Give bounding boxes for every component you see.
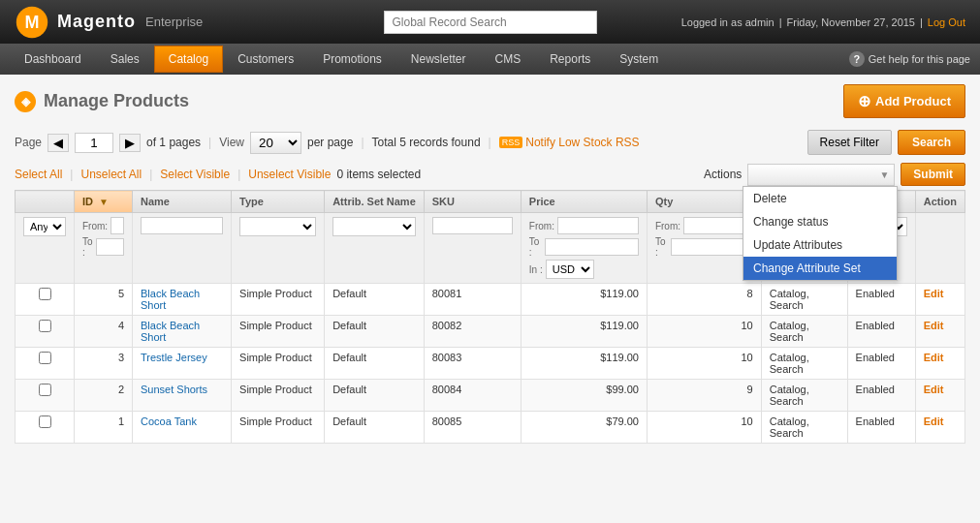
dropdown-item-change-attribute-set[interactable]: Change Attribute Set — [743, 257, 897, 280]
unselect-all-link[interactable]: Unselect All — [80, 168, 142, 181]
nav-item-cms[interactable]: CMS — [481, 46, 536, 73]
add-product-label: Add Product — [875, 94, 951, 108]
rss-link[interactable]: RSS Notify Low Stock RSS — [499, 136, 640, 149]
filter-currency-select[interactable]: USD — [546, 260, 594, 279]
edit-link[interactable]: Edit — [924, 288, 944, 299]
sel-pipe1: | — [70, 168, 73, 181]
help-text: Get help for this page — [869, 53, 970, 65]
row-checkbox[interactable] — [39, 288, 51, 300]
filter-name-cell — [133, 213, 232, 284]
edit-link[interactable]: Edit — [924, 415, 944, 427]
prev-page-button[interactable]: ◀ — [47, 134, 69, 152]
row-checkbox-cell — [16, 348, 75, 380]
row-visibility: Catalog, Search — [761, 316, 847, 348]
nav-item-newsletter[interactable]: Newsletter — [396, 46, 481, 73]
row-attrib-set: Default — [325, 348, 425, 380]
col-header-type: Type — [232, 191, 325, 213]
row-id: 2 — [75, 380, 133, 412]
row-checkbox[interactable] — [39, 320, 51, 332]
dropdown-item-update-attributes[interactable]: Update Attributes — [743, 233, 897, 257]
filter-id-from-input[interactable] — [111, 217, 124, 234]
filter-attrib-set-select[interactable]: Default — [332, 217, 416, 236]
table-row: 1 Cocoa Tank Simple Product Default 8008… — [16, 412, 965, 444]
view-select[interactable]: 20 50 100 — [250, 132, 301, 154]
add-product-button[interactable]: ⊕ Add Product — [843, 84, 965, 118]
filter-price-to-label: To : — [529, 236, 543, 258]
filter-id-to-input[interactable] — [96, 238, 124, 256]
dropdown-item-change-status[interactable]: Change status — [743, 210, 897, 233]
next-page-button[interactable]: ▶ — [119, 134, 141, 152]
actions-area: Actions Delete Change status Update Attr… — [704, 163, 965, 186]
filter-name-input[interactable] — [141, 217, 223, 234]
actions-select[interactable]: Delete Change status Update Attributes C… — [747, 164, 895, 186]
row-checkbox[interactable] — [39, 352, 51, 364]
nav-item-sales[interactable]: Sales — [96, 46, 154, 73]
row-visibility: Catalog, Search — [761, 380, 847, 412]
filter-id-cell: From: To : — [75, 213, 133, 284]
help-icon: ? — [849, 51, 865, 67]
edit-link[interactable]: Edit — [924, 352, 944, 363]
filter-qty-to-input[interactable] — [671, 238, 753, 256]
row-checkbox-cell — [16, 316, 75, 348]
nav-item-customers[interactable]: Customers — [223, 46, 308, 73]
edit-link[interactable]: Edit — [924, 320, 944, 331]
row-sku: 80085 — [424, 412, 521, 444]
filter-type-select[interactable]: Simple ProductConfigurable Product — [239, 217, 316, 236]
row-status: Enabled — [847, 348, 915, 380]
help-link[interactable]: ? Get help for this page — [849, 51, 970, 67]
logo-enterprise: Enterprise — [145, 15, 203, 29]
nav-item-reports[interactable]: Reports — [535, 46, 605, 73]
filter-id-from-row: From: — [82, 217, 124, 234]
page-of-text: of 1 pages — [146, 136, 201, 149]
nav-item-promotions[interactable]: Promotions — [308, 46, 396, 73]
total-records: Total 5 records found — [372, 136, 481, 149]
reset-filter-button[interactable]: Reset Filter — [807, 130, 892, 155]
row-attrib-set: Default — [325, 284, 425, 316]
actions-label: Actions — [704, 168, 742, 181]
filter-qty-to-row: To : — [655, 236, 753, 258]
table-body: 5 Black Beach Short Simple Product Defau… — [16, 284, 965, 444]
col-header-sku: SKU — [424, 191, 521, 213]
actions-dropdown: Delete Change status Update Attributes C… — [743, 186, 898, 281]
row-price: $119.00 — [521, 348, 647, 380]
row-id: 5 — [75, 284, 133, 316]
filter-any-select[interactable]: AnyYesNo — [23, 217, 66, 236]
filter-price-from-input[interactable] — [557, 217, 639, 234]
search-button[interactable]: Search — [898, 130, 965, 155]
nav-item-dashboard[interactable]: Dashboard — [10, 46, 96, 73]
id-sort-arrow: ▼ — [99, 197, 109, 207]
row-action: Edit — [915, 316, 964, 348]
col-header-id[interactable]: ID ▼ — [75, 191, 133, 213]
nav-item-system[interactable]: System — [605, 46, 673, 73]
logout-link[interactable]: Log Out — [928, 16, 965, 28]
page-number-input[interactable] — [75, 133, 113, 153]
select-visible-link[interactable]: Select Visible — [160, 168, 230, 181]
col-header-attrib-set: Attrib. Set Name — [325, 191, 425, 213]
submit-button[interactable]: Submit — [901, 163, 965, 186]
row-checkbox[interactable] — [39, 415, 51, 428]
filter-checkbox-cell: AnyYesNo — [16, 213, 75, 284]
nav-item-catalog[interactable]: Catalog — [154, 46, 223, 73]
table-row: 2 Sunset Shorts Simple Product Default 8… — [16, 380, 965, 412]
row-type: Simple Product — [232, 380, 325, 412]
row-checkbox-cell — [16, 380, 75, 412]
global-search-input[interactable] — [384, 11, 597, 34]
row-sku: 80081 — [424, 284, 521, 316]
row-type: Simple Product — [232, 348, 325, 380]
separator2: | — [920, 16, 923, 28]
dropdown-item-delete[interactable]: Delete — [743, 187, 897, 210]
select-all-link[interactable]: Select All — [15, 168, 62, 181]
row-action: Edit — [915, 380, 964, 412]
controls-bar: Page ◀ ▶ of 1 pages | View 20 50 100 per… — [15, 130, 965, 155]
row-visibility: Catalog, Search — [761, 348, 847, 380]
row-checkbox[interactable] — [39, 384, 51, 396]
edit-link[interactable]: Edit — [924, 384, 944, 395]
unselect-visible-link[interactable]: Unselect Visible — [248, 168, 331, 181]
row-action: Edit — [915, 284, 964, 316]
col-header-price: Price — [521, 191, 647, 213]
filter-price-to-input[interactable] — [545, 238, 639, 256]
filter-sku-input[interactable] — [432, 217, 513, 234]
filter-price-from-row: From: — [529, 217, 639, 234]
actions-wrapper: Delete Change status Update Attributes C… — [747, 164, 895, 186]
filter-price-range: From: To : In : USD — [529, 217, 639, 279]
